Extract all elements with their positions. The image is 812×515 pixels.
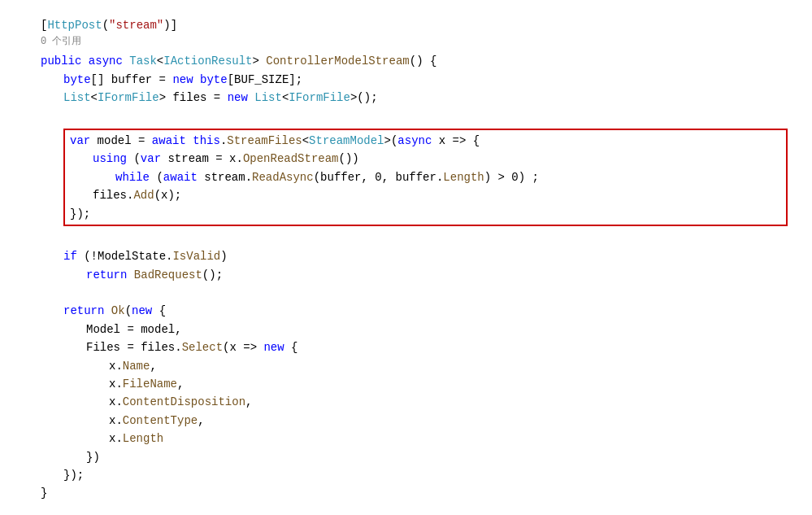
code-line: }); xyxy=(70,205,781,223)
code-line: if (!ModelState.IsValid) xyxy=(41,247,796,265)
code-line: [HttpPost("stream")] xyxy=(41,16,796,34)
code-line: }) xyxy=(41,448,796,466)
code-token: new xyxy=(228,89,248,107)
code-token: new xyxy=(172,71,193,89)
code-token: "stream" xyxy=(109,16,163,34)
code-token: public xyxy=(41,52,81,70)
code-token: < xyxy=(91,89,98,107)
code-token: )] xyxy=(163,16,177,34)
code-token: byte xyxy=(63,71,91,89)
code-editor: [HttpPost("stream")] 0 个引用 public async … xyxy=(16,16,796,503)
code-token: HttpPost xyxy=(47,16,102,34)
code-line: files.Add(x); xyxy=(70,186,781,204)
code-token: byte xyxy=(200,71,228,89)
code-token: List xyxy=(254,89,282,107)
code-token: > xyxy=(252,52,266,70)
code-line: 0 个引用 xyxy=(41,34,796,52)
code-token: < xyxy=(157,52,163,70)
code-token: ( xyxy=(102,16,109,34)
code-line: Files = files.Select(x => new { xyxy=(41,338,796,356)
code-line: x.FileName, xyxy=(41,375,796,393)
code-token: > files = xyxy=(159,89,228,107)
ref-count: 0 个引用 xyxy=(41,34,81,50)
code-line: var model = await this.StreamFiles<Strea… xyxy=(70,132,781,150)
code-line: x.ContentType, xyxy=(41,412,796,430)
code-line: x.ContentDisposition, xyxy=(41,393,796,411)
code-token: ControllerModelStream xyxy=(266,52,409,70)
code-token xyxy=(81,52,88,70)
code-token: < xyxy=(282,89,289,107)
code-token xyxy=(248,89,254,107)
code-line xyxy=(41,107,796,125)
code-token xyxy=(123,52,129,70)
code-token: List xyxy=(63,89,91,107)
code-token: IFormFile xyxy=(289,89,350,107)
code-token: [] buffer = xyxy=(91,71,173,89)
code-line: x.Name, xyxy=(41,357,796,375)
code-token: IActionResult xyxy=(163,52,252,70)
code-line: public async Task<IActionResult> Control… xyxy=(41,52,796,70)
code-token: >(); xyxy=(350,89,378,107)
code-line: Model = model, xyxy=(41,321,796,338)
code-line: byte[] buffer = new byte[BUF_SIZE]; xyxy=(41,71,796,89)
code-line: }); xyxy=(41,466,796,484)
code-line: using (var stream = x.OpenReadStream()) xyxy=(70,150,781,168)
code-line: x.Length xyxy=(41,430,796,447)
code-line xyxy=(41,229,796,247)
code-token xyxy=(193,71,200,89)
code-line: return BadRequest(); xyxy=(41,266,796,284)
code-line: return Ok(new { xyxy=(41,302,796,320)
code-line: } xyxy=(41,484,796,502)
code-token: Task xyxy=(129,52,157,70)
code-token: IFormFile xyxy=(98,89,159,107)
code-line: while (await stream.ReadAsync(buffer, 0,… xyxy=(70,168,781,186)
code-token: async xyxy=(89,52,123,70)
code-token: [BUF_SIZE]; xyxy=(228,71,302,89)
code-line: List<IFormFile> files = new List<IFormFi… xyxy=(41,89,796,107)
highlighted-code-block: var model = await this.StreamFiles<Strea… xyxy=(63,129,788,226)
code-token: [ xyxy=(41,16,47,34)
code-line xyxy=(41,284,796,302)
code-token: () { xyxy=(410,52,437,70)
